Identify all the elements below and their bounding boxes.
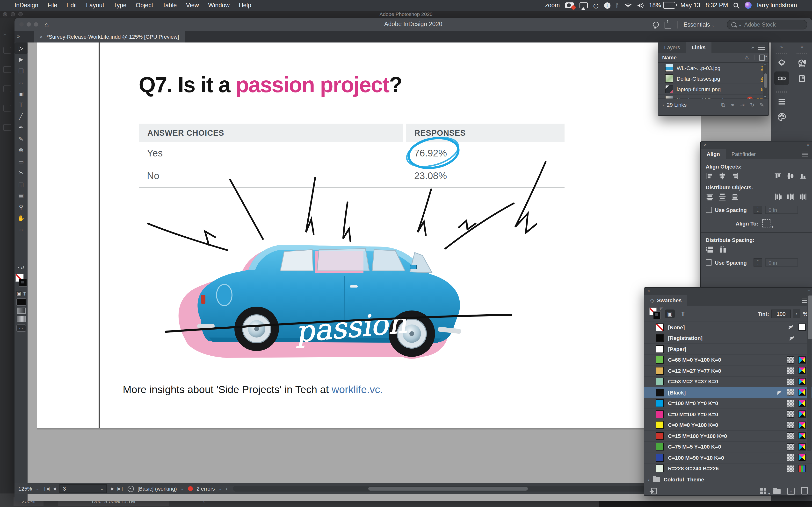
fast-user-switch-menu[interactable]: larry lundstrom (757, 2, 797, 9)
links-disclosure[interactable]: › (663, 103, 664, 107)
swatch-row[interactable]: C=100 M=0 Y=0 K=0 ✒ (644, 398, 812, 409)
zoom-chevron[interactable]: ⌄ (36, 487, 39, 491)
swatch-row[interactable]: C=68 M=0 Y=100 K=0 ✒ (644, 355, 812, 365)
panel-menu-icon[interactable] (758, 45, 765, 50)
align-panel-titlebar[interactable]: × « (701, 142, 812, 149)
distribute-center-vertical-button[interactable] (718, 193, 726, 201)
relink-icon[interactable]: ⚭ (730, 102, 735, 108)
apply-color-button[interactable] (16, 298, 26, 306)
gradient-tool-icon[interactable] (17, 307, 26, 314)
scrollbar-thumb[interactable] (368, 487, 528, 491)
collapse-dock-icon[interactable]: « (792, 43, 812, 51)
note-tool[interactable]: ▤ (14, 190, 28, 201)
rectangle-tool[interactable]: ▭ (14, 156, 28, 167)
distribute-left-button[interactable] (774, 193, 782, 201)
use-spacing-checkbox-2[interactable] (706, 259, 712, 266)
document-tab[interactable]: × *Survey-Release-WorkLife.indd @ 125% [… (34, 31, 185, 43)
align-center-vertical-button[interactable] (786, 172, 795, 180)
link-row[interactable]: Header-...rkLife.psd ? PB (658, 95, 768, 99)
spacing-value-2[interactable]: 0 in (765, 258, 798, 267)
align-bottom-button[interactable] (799, 172, 807, 180)
swatch-themes-icon[interactable] (649, 488, 657, 495)
menu-item[interactable]: Type (113, 2, 126, 9)
align-center-horizontal-button[interactable] (718, 172, 726, 180)
selection-tool[interactable]: ▷ (14, 43, 28, 54)
menu-item[interactable]: View (186, 2, 199, 9)
collapse-panel-icon[interactable]: « (807, 142, 809, 147)
swatch-row[interactable]: C=0 M=100 Y=0 K=0 ✒ (644, 409, 812, 420)
learn-lightbulb-icon[interactable] (653, 22, 659, 27)
photoshop-window-titlebar[interactable]: Adobe Photoshop 2020 (0, 11, 812, 18)
window-titlebar[interactable]: ⌂ Adobe InDesign 2020 Essentials ⌄ ⌄ Ado… (14, 18, 812, 31)
pen-tool[interactable]: ✒ (14, 122, 28, 133)
distribute-right-button[interactable] (799, 193, 807, 201)
workspace-switcher[interactable]: Essentials ⌄ (684, 21, 715, 28)
swatch-row[interactable]: R=228 G=240 B=226 ✒ (644, 463, 812, 474)
time-machine-icon[interactable]: ◷ (593, 2, 599, 9)
menu-item[interactable]: Edit (66, 2, 77, 9)
dock-grip[interactable] (797, 53, 807, 54)
swatch-row[interactable]: [Black] ✒ (644, 387, 812, 398)
previous-page-button[interactable]: ◀ (53, 486, 56, 491)
menu-item[interactable]: Layout (86, 2, 104, 9)
close-tab-icon[interactable]: × (40, 34, 43, 40)
panel-menu-icon[interactable] (802, 152, 808, 157)
tint-dropdown-button[interactable]: › (793, 309, 800, 318)
gap-tool[interactable]: ↔ (14, 76, 28, 88)
hand-tool[interactable]: ✋ (14, 213, 28, 224)
relink-from-cc-icon[interactable]: ⧉ (721, 102, 725, 108)
eyedropper-tool[interactable]: ⚲ (14, 201, 28, 213)
error-chevron[interactable]: ⌄ (219, 487, 222, 491)
tab-overflow-chevrons[interactable]: » (17, 33, 20, 39)
swatch-group-row[interactable]: › Colorful_Theme (644, 474, 812, 485)
bluetooth-icon[interactable]: ᛒ (615, 2, 619, 9)
stroke-swatch[interactable] (19, 279, 27, 287)
links-scrollbar[interactable]: ⌃⌄ (763, 63, 767, 99)
zoom-app-menu-item[interactable]: zoom (545, 2, 560, 9)
swatch-row[interactable]: C=100 M=90 Y=10 K=0 ✒ (644, 452, 812, 463)
link-row[interactable]: laptop-fulcrum.png 5 (658, 84, 768, 95)
tint-value-field[interactable]: 100 (771, 309, 791, 318)
links-column-header[interactable]: Name ⚠ (658, 53, 768, 63)
formatting-text-button[interactable]: T (678, 309, 688, 318)
menu-item[interactable]: Object (136, 2, 153, 9)
formatting-text-button[interactable]: T (23, 291, 26, 296)
swatches-scrollbar[interactable]: ⌃⌄ (807, 289, 812, 451)
wifi-icon[interactable] (624, 3, 631, 8)
scissors-tool[interactable]: ✂ (14, 167, 28, 179)
menu-item[interactable]: File (48, 2, 57, 9)
adobe-stock-search-input[interactable]: ⌄ Adobe Stock (727, 20, 807, 30)
line-tool[interactable]: ╱ (14, 111, 28, 122)
panel-tab[interactable]: Links (686, 42, 711, 53)
align-right-button[interactable] (731, 172, 739, 180)
swatches-panel-titlebar[interactable]: × (644, 288, 812, 295)
free-transform-tool[interactable]: ◱ (14, 179, 28, 190)
swatch-row[interactable]: C=75 M=5 Y=100 K=0 ✒ (644, 442, 812, 452)
link-row[interactable]: Dollar-Glasses.jpg 4 (658, 73, 768, 84)
menu-item[interactable]: Window (208, 2, 230, 9)
worklife-link[interactable]: worklife.vc. (332, 384, 383, 395)
fill-stroke-indicator[interactable]: ⇄ (649, 307, 662, 320)
page-sort-icon[interactable] (759, 54, 765, 61)
airplay-icon[interactable] (579, 2, 588, 8)
swatch-row[interactable]: C=12 M=27 Y=77 K=0 ✒ (644, 365, 812, 376)
swatch-row[interactable]: C=15 M=100 Y=100 K=0 ✒ (644, 431, 812, 442)
pages-panel-icon[interactable] (795, 71, 809, 85)
formatting-container-button[interactable]: ▣ (665, 309, 675, 318)
error-count[interactable]: 2 errors (197, 486, 215, 492)
menu-item[interactable]: Table (162, 2, 177, 9)
swap-fill-stroke-icon[interactable]: ⇄ (660, 306, 663, 310)
stroke-panel-icon[interactable] (774, 95, 789, 108)
panel-tab[interactable]: Align (701, 149, 726, 159)
link-warning-filter-icon[interactable]: ⚠ (744, 54, 749, 61)
spotlight-icon[interactable] (733, 2, 740, 8)
gradient-feather-tool-icon[interactable] (17, 316, 26, 322)
page-number-field[interactable]: 3 ⌄ (59, 484, 107, 493)
swatch-row[interactable]: [Paper] ✒ (644, 344, 812, 355)
link-row[interactable]: WL-Car-...p-03.jpg 3 (658, 63, 768, 73)
swatches-tab[interactable]: ◇Swatches (644, 295, 687, 306)
formatting-container-button[interactable]: ▣ (16, 291, 22, 296)
next-page-button[interactable]: ▶ (111, 486, 114, 491)
swatch-row[interactable]: C=0 M=0 Y=100 K=0 ✒ (644, 420, 812, 431)
distribute-center-horizontal-button[interactable] (786, 193, 795, 201)
